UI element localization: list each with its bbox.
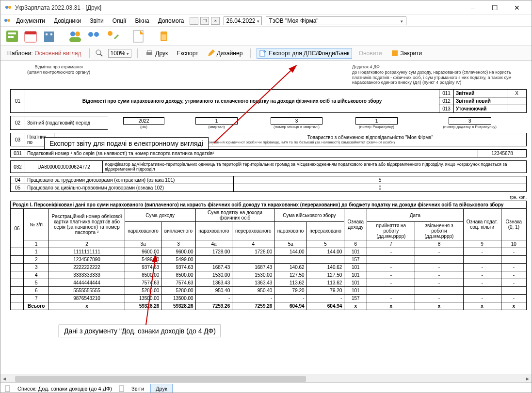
table-row: 655555555555280.005280.00950.40950.4079.… xyxy=(11,287,527,295)
tab-reports[interactable]: Звіти xyxy=(126,384,149,393)
data-cell: - xyxy=(415,287,463,295)
hdr-hire: прийняття на роботу (дд.мм.рррр) xyxy=(367,222,415,240)
period-calc-note: (номер Розрахунку) xyxy=(342,125,411,129)
chevron-down-icon xyxy=(257,17,259,24)
people-icon[interactable] xyxy=(67,29,83,44)
lead-cell xyxy=(11,256,24,264)
date-picker[interactable]: 26.04.2022 xyxy=(224,16,261,25)
zoom-selector[interactable]: 100% xyxy=(108,49,132,58)
data-cell: 9374.63 xyxy=(125,264,161,271)
data-cell: 101 xyxy=(344,279,367,287)
user-edit-icon[interactable] xyxy=(104,29,120,44)
addendum-title: Додаток 4 ДФ xyxy=(352,64,527,70)
stamp-line2: (штамп контролюючого органу) xyxy=(10,70,107,75)
colnum-cell: 6 xyxy=(344,240,367,248)
data-cell: 5499.00 xyxy=(125,256,161,264)
row04-label: Працювало за трудовими договорами (контр… xyxy=(25,176,234,184)
data-cell: - xyxy=(232,256,274,264)
data-cell: - xyxy=(501,287,526,295)
data-cell: 113.62 xyxy=(306,279,344,287)
data-cell: 1687.43 xyxy=(195,264,232,271)
total-cell: Всього xyxy=(24,302,49,310)
export-dps-button[interactable]: Експорт для ДПС/Фонди/Банк xyxy=(257,48,352,59)
export-button[interactable]: Експорт xyxy=(175,49,200,58)
refresh-label: Оновити xyxy=(359,50,382,57)
mdi-minimize[interactable]: _ xyxy=(190,17,198,25)
data-cell: 101 xyxy=(344,248,367,256)
data-cell: - xyxy=(367,264,415,271)
print-label: Друк xyxy=(155,50,168,57)
templates-dropdown[interactable]: Шаблони: Основний вигляд xyxy=(4,49,83,58)
colnum-cell: 7 xyxy=(367,240,415,248)
data-cell: 1363.43 xyxy=(195,279,232,287)
svg-point-1 xyxy=(8,6,11,9)
hdr-sign: Ознака доходу xyxy=(344,209,367,240)
print-button[interactable]: Друк xyxy=(144,48,170,58)
calc-icon[interactable] xyxy=(4,29,20,44)
row0405-table: 04 Працювало за трудовими договорами (ко… xyxy=(10,176,527,192)
horizontal-scrollbar[interactable]: ◄ ► xyxy=(0,375,532,382)
data-cell: - xyxy=(463,271,501,279)
calendar-icon[interactable] xyxy=(23,29,38,44)
hdr-sign01: Ознака (0, 1) xyxy=(501,209,526,240)
report-header: Відмітка про отримання (штамп контролююч… xyxy=(10,64,527,85)
hdr-income: Сума доходу xyxy=(125,209,195,222)
drink-icon[interactable] xyxy=(157,29,172,44)
data-cell: 140.62 xyxy=(274,264,306,271)
flag-012-label: Звітний новий xyxy=(454,97,507,105)
row04-code: 04 xyxy=(11,176,25,184)
menu-documents[interactable]: Документи xyxy=(12,16,49,25)
designer-button[interactable]: Дизайнер xyxy=(205,48,245,58)
data-cell: - xyxy=(367,295,415,302)
svg-point-2 xyxy=(4,19,7,22)
hdr-reg: Реєстраційний номер облікової картки пла… xyxy=(49,209,125,240)
minimize-button[interactable]: ─ xyxy=(462,1,484,15)
maximize-button[interactable]: ☐ xyxy=(484,1,506,15)
designer-label: Дизайнер xyxy=(217,50,243,57)
menu-windows[interactable]: Вікна xyxy=(131,16,153,25)
data-cell: - xyxy=(463,279,501,287)
data-cell: 79.20 xyxy=(306,287,344,295)
hdr-nzp: № з/п xyxy=(24,209,49,240)
total-cell: х xyxy=(49,302,125,310)
data-cell: 3333333333 xyxy=(49,271,125,279)
total-cell: х xyxy=(415,302,463,310)
row06-code: 06 xyxy=(11,209,24,248)
scroll-left-icon[interactable]: ◄ xyxy=(0,376,8,381)
report-viewport[interactable]: Відмітка про отримання (штамп контролююч… xyxy=(0,61,532,375)
data-cell: 157 xyxy=(344,256,367,264)
building-icon[interactable] xyxy=(41,29,57,44)
colnum-cell: 4а xyxy=(195,240,232,248)
lead-cell xyxy=(11,248,24,256)
close-window-button[interactable]: ✕ xyxy=(506,1,528,15)
hdr-tax: Сума податку на доходи фізичних осіб xyxy=(195,209,274,222)
stamp-note: Відмітка про отримання (штамп контролююч… xyxy=(10,64,107,85)
firm-selector[interactable]: ТзОВ "Моя Фірма" xyxy=(266,16,406,25)
svg-rect-6 xyxy=(8,36,11,38)
row01-text: Відомості про суми нарахованого доходу, … xyxy=(25,90,439,113)
mdi-close[interactable]: × xyxy=(211,17,220,25)
data-cell: 1728.00 xyxy=(195,248,232,256)
row01-table: 01 Відомості про суми нарахованого доход… xyxy=(10,89,527,113)
app-icon xyxy=(4,4,12,12)
menu-help[interactable]: Допомога xyxy=(154,16,188,25)
tab-list[interactable]: Список: Дод. ознаки доходів (до 4 ДФ) xyxy=(12,384,117,393)
period-month: 3 xyxy=(271,117,323,125)
notebook-icon[interactable] xyxy=(130,29,146,44)
mdi-restore[interactable]: ❐ xyxy=(200,17,209,25)
scroll-right-icon[interactable]: ► xyxy=(524,376,532,381)
total-cell: 59328.26 xyxy=(161,302,195,310)
menu-options[interactable]: Опції xyxy=(109,16,130,25)
template-name: Основний вигляд xyxy=(34,50,81,57)
colnum-cell: 4 xyxy=(232,240,274,248)
period-year-note: (рік) xyxy=(110,125,178,129)
tab-print[interactable]: Друк xyxy=(150,384,173,393)
menu-reports[interactable]: Звіти xyxy=(86,16,108,25)
close-button[interactable]: Закрити xyxy=(389,48,424,58)
data-cell: - xyxy=(195,256,232,264)
menu-directories[interactable]: Довідники xyxy=(50,16,85,25)
data-cell: - xyxy=(501,264,526,271)
refresh-button[interactable]: Оновити xyxy=(357,49,384,58)
users-icon[interactable] xyxy=(86,29,101,44)
scroll-thumb[interactable] xyxy=(15,376,306,382)
